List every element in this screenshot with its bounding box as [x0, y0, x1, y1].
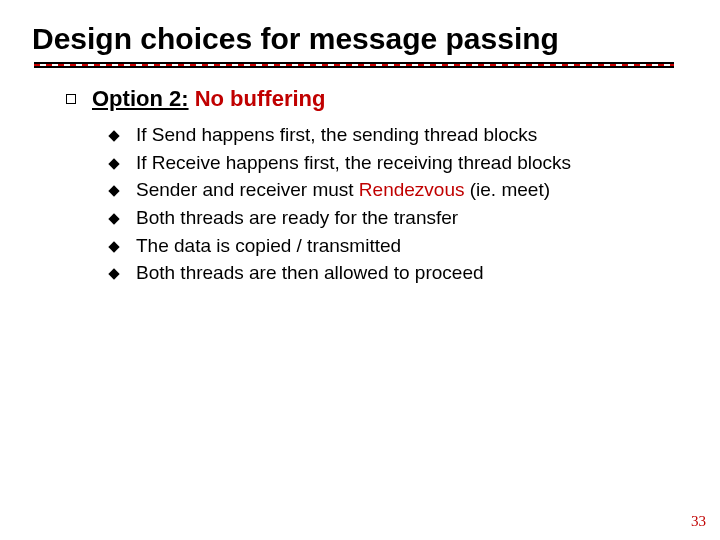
diamond-bullet-icon — [108, 213, 119, 224]
square-bullet-icon — [66, 94, 76, 104]
diamond-bullet-icon — [108, 186, 119, 197]
list-item: The data is copied / transmitted — [110, 233, 688, 259]
list-item: Both threads are ready for the transfer — [110, 205, 688, 231]
diamond-bullet-icon — [108, 130, 119, 141]
list-item: Both threads are then allowed to proceed — [110, 260, 688, 286]
page-number: 33 — [691, 513, 706, 530]
slide: Design choices for message passing Optio… — [0, 0, 720, 540]
diamond-bullet-icon — [108, 241, 119, 252]
list-item-text: The data is copied / transmitted — [136, 233, 401, 259]
diamond-bullet-icon — [108, 269, 119, 280]
title-rule — [34, 62, 674, 68]
list-item-text: If Receive happens first, the receiving … — [136, 150, 571, 176]
option-prefix: Option 2: — [92, 86, 189, 111]
option-highlight: No buffering — [195, 86, 326, 111]
bullet-level1: Option 2: No buffering — [66, 86, 688, 112]
diamond-bullet-icon — [108, 158, 119, 169]
bullet-level1-text: Option 2: No buffering — [92, 86, 325, 112]
bullet-level2-list: If Send happens first, the sending threa… — [66, 122, 688, 286]
list-item-text: Sender and receiver must Rendezvous (ie.… — [136, 177, 550, 203]
slide-title: Design choices for message passing — [32, 22, 688, 56]
list-item-text: Both threads are ready for the transfer — [136, 205, 458, 231]
list-item: If Send happens first, the sending threa… — [110, 122, 688, 148]
list-item-text: Both threads are then allowed to proceed — [136, 260, 484, 286]
list-item-text: If Send happens first, the sending threa… — [136, 122, 537, 148]
slide-body: Option 2: No buffering If Send happens f… — [32, 86, 688, 286]
list-item: Sender and receiver must Rendezvous (ie.… — [110, 177, 688, 203]
list-item: If Receive happens first, the receiving … — [110, 150, 688, 176]
